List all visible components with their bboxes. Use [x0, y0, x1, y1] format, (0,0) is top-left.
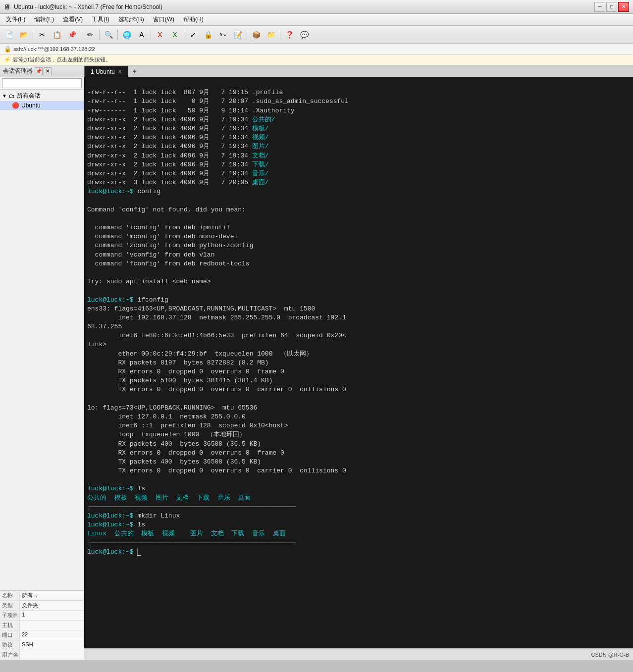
term-ls2-gongde: 公共的 [114, 530, 134, 537]
hint-bar: ⚡ 要添加当前会话，点击左侧的箭头按钮。 [0, 54, 633, 65]
tree-folder-icon: 🗂 [9, 93, 15, 100]
tree-ubuntu-label: Ubuntu [21, 102, 41, 109]
term-dir-gongde: 公共的/ [252, 116, 275, 123]
tb-copy-btn[interactable]: 📋 [50, 28, 64, 41]
tb-more2-btn[interactable]: 📁 [264, 28, 278, 41]
term-ls2-sp1 [134, 530, 142, 537]
term-prompt-final: luck@luck:~$ [87, 548, 134, 556]
info-value-name: 所有... [20, 591, 84, 600]
term-nl3: drwxr-xr-x 2 luck luck 4096 9月 7 19:34 [87, 143, 252, 150]
term-ls2-sp7 [265, 530, 273, 537]
term-ls2-wendang: 文档 [211, 530, 224, 537]
info-row-type: 类型 文件夹 [0, 601, 84, 611]
menu-file[interactable]: 文件(F) [2, 14, 29, 25]
menu-bar: 文件(F) 编辑(E) 查看(V) 工具(I) 选项卡(B) 窗口(W) 帮助(… [0, 14, 633, 26]
tab-ubuntu-close[interactable]: ✕ [118, 69, 122, 74]
term-ls2-yinyue: 音乐 [252, 530, 265, 537]
ssh-bar: 🔒 ssh://luck:***@192.168.37.128:22 [0, 44, 633, 54]
tb-search-btn[interactable]: 🔍 [102, 28, 115, 41]
tb-globe-btn[interactable]: 🌐 [120, 28, 134, 41]
terminal-container: 1 Ubuntu ✕ + -rw-r--r-- 1 luck luck 807 … [84, 65, 633, 660]
terminal[interactable]: -rw-r--r-- 1 luck luck 807 9月 7 19:15 .p… [84, 77, 633, 648]
tb-resize-btn[interactable]: ⤢ [186, 28, 200, 41]
term-ls2-sp5 [224, 530, 232, 537]
term-ls2-tupian: 图片 [190, 530, 203, 537]
tb-lock-btn[interactable]: 🔒 [201, 28, 215, 41]
session-pin-button[interactable]: 📌 [35, 67, 43, 75]
info-value-port: 22 [20, 630, 84, 640]
close-button[interactable]: ✕ [618, 2, 629, 12]
info-row-host: 主机 [0, 620, 84, 630]
term-ls2-muban: 模板 [141, 530, 154, 537]
tab-ubuntu[interactable]: 1 Ubuntu ✕ [84, 66, 128, 77]
session-tree: ▼ 🗂 所有会话 🔴 Ubuntu [0, 90, 84, 590]
hint-icon: ⚡ [4, 56, 11, 63]
tb-new-btn[interactable]: 📄 [2, 28, 16, 41]
term-box-end: └───────────────────────────────────────… [87, 539, 296, 547]
session-search-container [0, 77, 84, 90]
term-prompt-2: luck@luck:~$ [87, 296, 134, 304]
info-value-username [20, 650, 84, 660]
info-value-subitem: 1 [20, 611, 84, 620]
term-cmd-config: config Command 'config' not found, did y… [87, 188, 253, 285]
term-nl7: drwxr-xr-x 3 luck luck 4096 9月 7 20:05 [87, 179, 252, 186]
term-prompt-4: luck@luck:~$ [87, 521, 134, 528]
term-ls2-sp6 [244, 530, 252, 537]
menu-tools[interactable]: 工具(I) [88, 14, 113, 25]
session-panel-title: 会话管理器 [3, 67, 33, 75]
tb-help-btn[interactable]: ❓ [282, 28, 296, 41]
term-ls2-shipin: 视频 [162, 530, 175, 537]
term-ls2-xiazai: 下载 [231, 530, 244, 537]
minimize-button[interactable]: ─ [594, 2, 605, 12]
session-header: 会话管理器 📌 ✕ [0, 65, 84, 77]
tb-cut-btn[interactable]: ✂ [35, 28, 49, 41]
term-dir-tupian: 图片/ [252, 143, 269, 150]
tb-key-btn[interactable]: 🗝 [216, 28, 230, 41]
menu-edit[interactable]: 编辑(E) [30, 14, 58, 25]
status-bar: CSDN @R-G-B [84, 648, 633, 660]
tb-xftp-btn[interactable]: X [153, 28, 167, 41]
maximize-button[interactable]: □ [606, 2, 617, 12]
ssh-lock-icon: 🔒 [4, 46, 11, 52]
toolbar: 📄 📂 ✂ 📋 📌 ✏ 🔍 🌐 A X X ⤢ 🔒 🗝 📝 📦 📁 ❓ 💬 [0, 26, 633, 44]
session-search-input[interactable] [2, 78, 82, 88]
tb-more1-btn[interactable]: 📦 [249, 28, 263, 41]
tree-item-ubuntu[interactable]: 🔴 Ubuntu [0, 101, 84, 110]
menu-view[interactable]: 查看(V) [59, 14, 87, 25]
info-value-type: 文件夹 [20, 601, 84, 610]
menu-help[interactable]: 帮助(H) [179, 14, 208, 25]
term-ls2-sp4 [203, 530, 211, 537]
info-row-subitem: 子项目 1 [0, 611, 84, 620]
term-nl2: drwxr-xr-x 2 luck luck 4096 9月 7 19:34 [87, 134, 252, 141]
hint-text: 要添加当前会话，点击左侧的箭头按钮。 [13, 56, 111, 63]
tab-add-button[interactable]: + [129, 66, 140, 77]
term-cmd-mkdir: mkdir Linux [134, 512, 180, 519]
tree-item-all-sessions[interactable]: ▼ 🗂 所有会话 [0, 91, 84, 101]
session-close-button[interactable]: ✕ [44, 67, 52, 75]
tb-paste-btn[interactable]: 📌 [65, 28, 79, 41]
menu-tabs[interactable]: 选项卡(B) [114, 14, 148, 25]
tb-script-btn[interactable]: 📝 [231, 28, 245, 41]
info-label-port: 端口 [0, 630, 20, 640]
info-row-username: 用户名 [0, 650, 84, 660]
info-row-name: 名称 所有... [0, 591, 84, 601]
status-text: CSDN @R-G-B [591, 652, 629, 658]
info-label-subitem: 子项目 [0, 611, 20, 620]
tab-bar: 1 Ubuntu ✕ + [84, 65, 633, 77]
tree-expand-icon: ▼ [2, 93, 7, 99]
tree-all-sessions-label: 所有会话 [17, 92, 41, 100]
tb-chat-btn[interactable]: 💬 [297, 28, 311, 41]
tree-ubuntu-icon: 🔴 [12, 102, 19, 109]
tab-ubuntu-label: 1 Ubuntu [91, 68, 115, 75]
tb-xftp2-btn[interactable]: X [168, 28, 182, 41]
info-row-protocol: 协议 SSH [0, 640, 84, 650]
tb-open-btn[interactable]: 📂 [17, 28, 31, 41]
window-controls: ─ □ ✕ [594, 2, 629, 12]
menu-window[interactable]: 窗口(W) [149, 14, 178, 25]
term-nl1: drwxr-xr-x 2 luck luck 4096 9月 7 19:34 [87, 125, 252, 132]
term-ls2-sp2 [154, 530, 162, 537]
info-value-protocol: SSH [20, 640, 84, 650]
tb-compose-btn[interactable]: ✏ [83, 28, 97, 41]
term-ls2-zhuomian: 桌面 [273, 530, 286, 537]
tb-font-btn[interactable]: A [135, 28, 149, 41]
